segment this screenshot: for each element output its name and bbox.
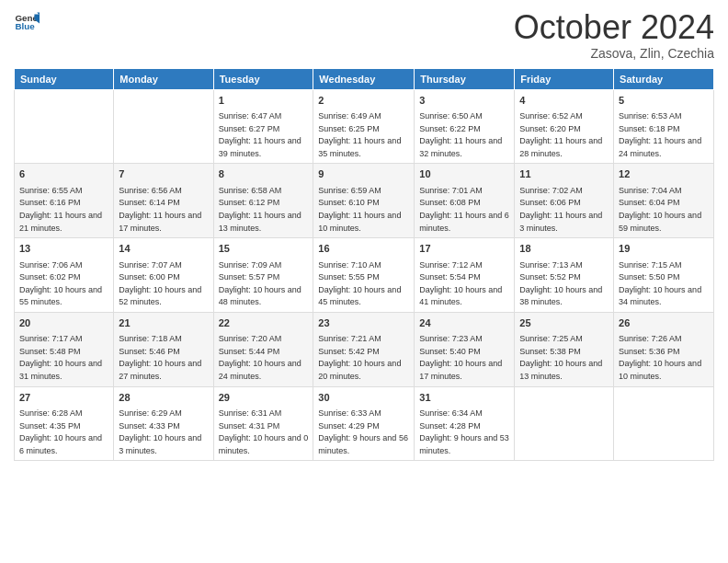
- calendar-cell: 6Sunrise: 6:55 AM Sunset: 6:16 PM Daylig…: [15, 164, 114, 238]
- calendar-cell: [614, 386, 714, 461]
- header-row: Sunday Monday Tuesday Wednesday Thursday…: [15, 68, 714, 89]
- day-info: Sunrise: 7:15 AM Sunset: 5:50 PM Dayligh…: [619, 260, 701, 307]
- location: Zasova, Zlin, Czechia: [514, 46, 714, 61]
- calendar-cell: 12Sunrise: 7:04 AM Sunset: 6:04 PM Dayli…: [614, 164, 714, 238]
- day-number: 10: [419, 167, 509, 181]
- day-number: 30: [318, 391, 409, 405]
- svg-text:Blue: Blue: [15, 21, 35, 31]
- calendar-week-3: 13Sunrise: 7:06 AM Sunset: 6:02 PM Dayli…: [15, 238, 714, 313]
- day-info: Sunrise: 7:10 AM Sunset: 5:55 PM Dayligh…: [318, 260, 401, 307]
- day-number: 14: [119, 242, 208, 256]
- calendar-cell: 21Sunrise: 7:18 AM Sunset: 5:46 PM Dayli…: [114, 312, 213, 386]
- calendar-cell: 4Sunrise: 6:52 AM Sunset: 6:20 PM Daylig…: [515, 89, 614, 164]
- day-info: Sunrise: 7:12 AM Sunset: 5:54 PM Dayligh…: [419, 260, 502, 307]
- day-number: 8: [219, 167, 309, 181]
- day-info: Sunrise: 6:31 AM Sunset: 4:31 PM Dayligh…: [219, 408, 309, 455]
- day-info: Sunrise: 7:13 AM Sunset: 5:52 PM Dayligh…: [519, 260, 602, 307]
- day-number: 6: [19, 167, 108, 181]
- calendar-cell: 23Sunrise: 7:21 AM Sunset: 5:42 PM Dayli…: [313, 312, 415, 386]
- col-friday: Friday: [515, 68, 614, 89]
- calendar-cell: 1Sunrise: 6:47 AM Sunset: 6:27 PM Daylig…: [213, 89, 313, 164]
- day-number: 18: [519, 242, 609, 256]
- calendar-cell: [515, 386, 614, 461]
- calendar-cell: 11Sunrise: 7:02 AM Sunset: 6:06 PM Dayli…: [515, 164, 614, 238]
- calendar-cell: 17Sunrise: 7:12 AM Sunset: 5:54 PM Dayli…: [415, 238, 515, 313]
- calendar-cell: 31Sunrise: 6:34 AM Sunset: 4:28 PM Dayli…: [415, 386, 515, 461]
- day-number: 15: [219, 242, 309, 256]
- calendar-cell: 29Sunrise: 6:31 AM Sunset: 4:31 PM Dayli…: [213, 386, 313, 461]
- calendar-cell: 19Sunrise: 7:15 AM Sunset: 5:50 PM Dayli…: [614, 238, 714, 313]
- day-info: Sunrise: 7:01 AM Sunset: 6:08 PM Dayligh…: [419, 186, 509, 233]
- day-number: 4: [519, 94, 609, 108]
- day-number: 22: [219, 316, 309, 330]
- calendar-cell: [114, 89, 213, 164]
- calendar-cell: 14Sunrise: 7:07 AM Sunset: 6:00 PM Dayli…: [114, 238, 213, 313]
- day-info: Sunrise: 7:25 AM Sunset: 5:38 PM Dayligh…: [519, 334, 602, 381]
- day-number: 26: [619, 316, 709, 330]
- day-number: 25: [519, 316, 609, 330]
- calendar-cell: 3Sunrise: 6:50 AM Sunset: 6:22 PM Daylig…: [415, 89, 515, 164]
- col-wednesday: Wednesday: [313, 68, 415, 89]
- day-number: 29: [219, 391, 309, 405]
- col-saturday: Saturday: [614, 68, 714, 89]
- calendar-cell: 9Sunrise: 6:59 AM Sunset: 6:10 PM Daylig…: [313, 164, 415, 238]
- day-number: 31: [419, 391, 509, 405]
- logo-icon: General Blue: [14, 9, 40, 35]
- col-monday: Monday: [114, 68, 213, 89]
- day-info: Sunrise: 7:26 AM Sunset: 5:36 PM Dayligh…: [619, 334, 701, 381]
- day-number: 7: [119, 167, 208, 181]
- header: General Blue October 2024 Zasova, Zlin, …: [14, 9, 714, 61]
- day-info: Sunrise: 6:50 AM Sunset: 6:22 PM Dayligh…: [419, 111, 502, 158]
- calendar-table: Sunday Monday Tuesday Wednesday Thursday…: [14, 68, 714, 462]
- calendar-cell: 16Sunrise: 7:10 AM Sunset: 5:55 PM Dayli…: [313, 238, 415, 313]
- calendar-week-4: 20Sunrise: 7:17 AM Sunset: 5:48 PM Dayli…: [15, 312, 714, 386]
- day-info: Sunrise: 6:58 AM Sunset: 6:12 PM Dayligh…: [219, 186, 301, 233]
- month-title: October 2024: [514, 9, 714, 46]
- calendar-week-2: 6Sunrise: 6:55 AM Sunset: 6:16 PM Daylig…: [15, 164, 714, 238]
- day-info: Sunrise: 6:53 AM Sunset: 6:18 PM Dayligh…: [619, 111, 701, 158]
- day-number: 16: [318, 242, 409, 256]
- calendar-cell: 10Sunrise: 7:01 AM Sunset: 6:08 PM Dayli…: [415, 164, 515, 238]
- calendar-cell: 2Sunrise: 6:49 AM Sunset: 6:25 PM Daylig…: [313, 89, 415, 164]
- col-tuesday: Tuesday: [213, 68, 313, 89]
- day-info: Sunrise: 7:18 AM Sunset: 5:46 PM Dayligh…: [119, 334, 201, 381]
- calendar-cell: 5Sunrise: 6:53 AM Sunset: 6:18 PM Daylig…: [614, 89, 714, 164]
- day-info: Sunrise: 6:34 AM Sunset: 4:28 PM Dayligh…: [419, 408, 509, 455]
- day-info: Sunrise: 7:07 AM Sunset: 6:00 PM Dayligh…: [119, 260, 201, 307]
- day-number: 17: [419, 242, 509, 256]
- day-info: Sunrise: 7:02 AM Sunset: 6:06 PM Dayligh…: [519, 186, 602, 233]
- calendar-cell: 27Sunrise: 6:28 AM Sunset: 4:35 PM Dayli…: [15, 386, 114, 461]
- day-number: 20: [19, 316, 108, 330]
- calendar-week-5: 27Sunrise: 6:28 AM Sunset: 4:35 PM Dayli…: [15, 386, 714, 461]
- day-number: 1: [219, 94, 309, 108]
- calendar-cell: 18Sunrise: 7:13 AM Sunset: 5:52 PM Dayli…: [515, 238, 614, 313]
- page: General Blue October 2024 Zasova, Zlin, …: [0, 0, 728, 563]
- calendar-cell: 7Sunrise: 6:56 AM Sunset: 6:14 PM Daylig…: [114, 164, 213, 238]
- day-number: 19: [619, 242, 709, 256]
- day-number: 12: [619, 167, 709, 181]
- day-info: Sunrise: 6:29 AM Sunset: 4:33 PM Dayligh…: [119, 408, 201, 455]
- day-number: 11: [519, 167, 609, 181]
- day-number: 5: [619, 94, 709, 108]
- day-number: 2: [318, 94, 409, 108]
- calendar-week-1: 1Sunrise: 6:47 AM Sunset: 6:27 PM Daylig…: [15, 89, 714, 164]
- logo: General Blue: [14, 9, 40, 35]
- day-info: Sunrise: 7:17 AM Sunset: 5:48 PM Dayligh…: [19, 334, 102, 381]
- col-thursday: Thursday: [415, 68, 515, 89]
- day-info: Sunrise: 6:56 AM Sunset: 6:14 PM Dayligh…: [119, 186, 201, 233]
- day-info: Sunrise: 6:28 AM Sunset: 4:35 PM Dayligh…: [19, 408, 102, 455]
- calendar-cell: 28Sunrise: 6:29 AM Sunset: 4:33 PM Dayli…: [114, 386, 213, 461]
- calendar-cell: 20Sunrise: 7:17 AM Sunset: 5:48 PM Dayli…: [15, 312, 114, 386]
- day-info: Sunrise: 6:49 AM Sunset: 6:25 PM Dayligh…: [318, 111, 401, 158]
- day-number: 28: [119, 391, 208, 405]
- day-info: Sunrise: 7:20 AM Sunset: 5:44 PM Dayligh…: [219, 334, 301, 381]
- day-number: 13: [19, 242, 108, 256]
- day-info: Sunrise: 6:52 AM Sunset: 6:20 PM Dayligh…: [519, 111, 602, 158]
- calendar-cell: 13Sunrise: 7:06 AM Sunset: 6:02 PM Dayli…: [15, 238, 114, 313]
- day-number: 3: [419, 94, 509, 108]
- day-info: Sunrise: 7:09 AM Sunset: 5:57 PM Dayligh…: [219, 260, 301, 307]
- day-info: Sunrise: 6:47 AM Sunset: 6:27 PM Dayligh…: [219, 111, 301, 158]
- col-sunday: Sunday: [15, 68, 114, 89]
- calendar-cell: 24Sunrise: 7:23 AM Sunset: 5:40 PM Dayli…: [415, 312, 515, 386]
- day-info: Sunrise: 7:04 AM Sunset: 6:04 PM Dayligh…: [619, 186, 701, 233]
